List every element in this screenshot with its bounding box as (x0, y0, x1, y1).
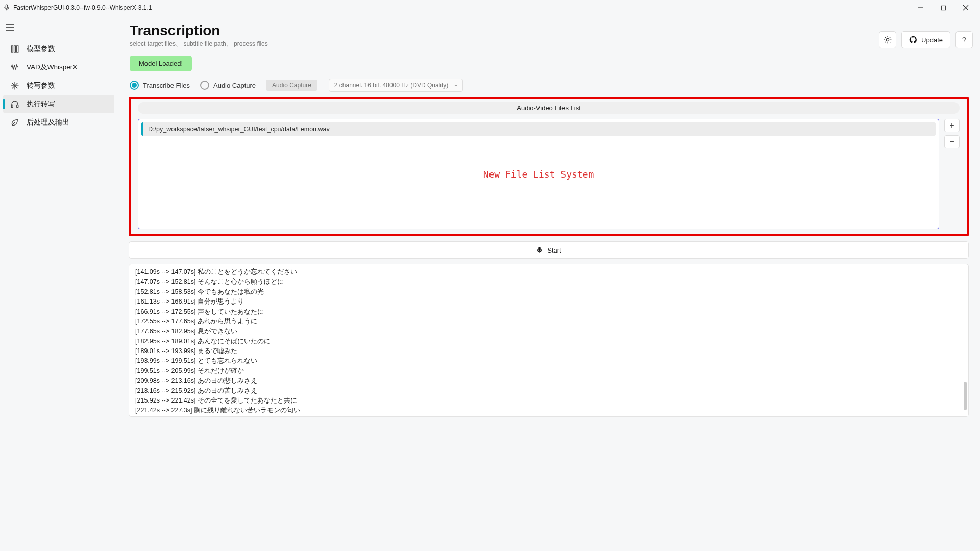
page-title: Transcription (130, 22, 879, 39)
page-subtitle: select target files、 subtitle file path、… (130, 40, 879, 48)
log-line: [221.42s --> 227.3s] 胸に残り離れない苦いラモンの匂い (135, 406, 962, 415)
sidebar-item-postprocess[interactable]: 后处理及输出 (3, 113, 114, 132)
log-line: [199.51s --> 205.99s] それだけが確か (135, 366, 962, 376)
app-icon (3, 4, 10, 11)
log-line: [166.91s --> 172.55s] 声をしていたあなたに (135, 307, 962, 317)
audio-quality-dropdown[interactable]: 2 channel. 16 bit. 48000 Hz (DVD Quality… (329, 79, 463, 92)
sidebar-item-transcribe-params[interactable]: 转写参数 (3, 77, 114, 95)
radio-audio-capture[interactable] (200, 81, 209, 90)
file-list-pane[interactable]: D:/py_workspace/fatser_whsiper_GUI/test_… (138, 119, 939, 229)
sidebar: 模型参数 VAD及WhisperX 转写参数 执行转写 后处理及输出 (0, 15, 117, 551)
log-line: [189.01s --> 193.99s] まるで嘘みた (135, 346, 962, 356)
sidebar-item-label: 模型参数 (27, 44, 55, 54)
radio-transcribe-label: Transcribe Files (143, 82, 190, 89)
wave-icon (10, 63, 19, 72)
svg-rect-2 (941, 6, 945, 10)
theme-toggle-button[interactable] (879, 31, 896, 48)
sidebar-item-label: 执行转写 (27, 99, 55, 109)
headphones-icon (10, 99, 19, 109)
log-line: [209.98s --> 213.16s] あの日の悲しみさえ (135, 376, 962, 386)
github-icon (909, 36, 917, 44)
minus-icon: − (949, 137, 954, 146)
title-bar: FasterWhisperGUI-0.3.0--fw-0.9.0--Whispe… (0, 0, 980, 15)
radio-audio-capture-label: Audio Capture (213, 82, 256, 89)
sidebar-item-model-params[interactable]: 模型参数 (3, 40, 114, 58)
help-button[interactable]: ? (955, 31, 973, 48)
file-list-overlay-text: New File List System (483, 169, 594, 180)
main-content: Transcription select target files、 subti… (117, 15, 980, 551)
log-line: [182.95s --> 189.01s] あんなにそばにいたのに (135, 337, 962, 346)
sidebar-item-label: 后处理及输出 (27, 118, 69, 127)
log-scrollbar[interactable] (964, 382, 967, 410)
minimize-button[interactable] (910, 0, 932, 15)
log-line: [161.13s --> 166.91s] 自分が思うより (135, 297, 962, 307)
sidebar-item-run-transcribe[interactable]: 执行转写 (3, 95, 114, 113)
window-title: FasterWhisperGUI-0.3.0--fw-0.9.0--Whispe… (13, 4, 152, 11)
svg-rect-26 (539, 247, 541, 251)
svg-line-22 (885, 37, 886, 38)
start-button[interactable]: Start (129, 241, 969, 259)
model-status-badge: Model Loaded! (130, 56, 192, 71)
svg-rect-10 (17, 46, 18, 52)
radio-transcribe-files[interactable] (130, 81, 139, 90)
sidebar-item-vad-whisperx[interactable]: VAD及WhisperX (3, 58, 114, 77)
svg-point-17 (886, 38, 889, 41)
log-line: [193.99s --> 199.51s] とても忘れられない (135, 356, 962, 366)
log-line: [141.09s --> 147.07s] 私のことをどうか忘れてください (135, 267, 962, 277)
log-line: [215.92s --> 221.42s] その全てを愛してたあなたと共に (135, 396, 962, 406)
svg-line-23 (890, 42, 890, 42)
snow-icon (10, 81, 19, 90)
log-line: [152.81s --> 158.53s] 今でもあなたは私の光 (135, 287, 962, 297)
svg-rect-9 (14, 46, 16, 52)
svg-line-25 (885, 42, 886, 42)
log-line: [147.07s --> 152.81s] そんなこと心から願うほどに (135, 277, 962, 287)
audio-capture-button[interactable]: Audio Capture (266, 80, 317, 91)
update-button[interactable]: Update (901, 31, 950, 48)
transcription-log[interactable]: [141.09s --> 147.07s] 私のことをどうか忘れてください[14… (129, 264, 969, 417)
microphone-icon (536, 246, 543, 254)
file-list-item[interactable]: D:/py_workspace/fatser_whsiper_GUI/test_… (141, 122, 936, 136)
log-line: [213.16s --> 215.92s] あの日の苦しみさえ (135, 386, 962, 396)
file-path: D:/py_workspace/fatser_whsiper_GUI/test_… (148, 126, 330, 133)
mode-row: Transcribe Files Audio Capture Audio Cap… (125, 79, 973, 97)
close-button[interactable] (954, 0, 977, 15)
svg-rect-15 (11, 105, 13, 108)
start-label: Start (547, 246, 561, 254)
update-label: Update (921, 36, 943, 44)
question-icon: ? (962, 36, 966, 44)
sliders-icon (10, 44, 19, 54)
svg-rect-8 (11, 46, 13, 52)
add-file-button[interactable]: + (944, 119, 960, 132)
remove-file-button[interactable]: − (944, 135, 960, 148)
sun-icon (884, 36, 892, 44)
log-line: [227.3s --> 232.52s] 雨が降り止むまでは帰れない (135, 416, 962, 417)
sidebar-item-label: VAD及WhisperX (27, 63, 77, 72)
file-list-header: Audio-Video Files List (138, 102, 960, 114)
svg-line-24 (890, 37, 890, 38)
svg-rect-16 (17, 105, 18, 108)
file-list-section: Audio-Video Files List D:/py_workspace/f… (129, 97, 969, 236)
leaf-icon (10, 118, 19, 127)
maximize-button[interactable] (932, 0, 954, 15)
log-line: [172.55s --> 177.65s] あれから思うように (135, 317, 962, 327)
svg-rect-0 (6, 5, 8, 8)
log-line: [177.65s --> 182.95s] 息ができない (135, 327, 962, 336)
hamburger-button[interactable] (0, 18, 20, 37)
sidebar-item-label: 转写参数 (27, 81, 55, 90)
plus-icon: + (949, 121, 954, 130)
